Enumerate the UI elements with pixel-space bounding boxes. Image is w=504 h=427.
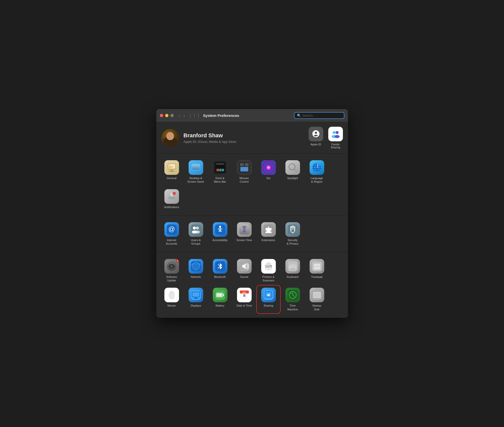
- family-sharing-button[interactable]: FamilySharing: [328, 127, 343, 149]
- svg-text:JUL: JUL: [242, 291, 246, 293]
- pref-item-extensions[interactable]: Extensions: [257, 220, 280, 248]
- pref-item-software-update[interactable]: 1 SoftwareUpdate: [160, 257, 183, 284]
- pref-item-sharing[interactable]: Sharing: [257, 286, 280, 313]
- profile-subtitle: Apple ID, iCloud, Media & App Store: [184, 140, 304, 144]
- startupdisk-label: StartupDisk: [312, 304, 321, 311]
- displays-icon: [189, 288, 203, 302]
- svg-rect-80: [291, 266, 292, 267]
- pref-item-siri[interactable]: Siri: [257, 158, 280, 186]
- pref-item-spotlight[interactable]: Spotlight: [281, 158, 304, 186]
- svg-point-42: [193, 226, 196, 229]
- svg-rect-111: [314, 292, 320, 298]
- search-icon: 🔍: [297, 114, 301, 117]
- svg-point-72: [271, 265, 272, 266]
- pref-item-security[interactable]: Security& Privacy: [281, 220, 304, 248]
- trackpad-icon: [310, 259, 324, 274]
- svg-rect-71: [266, 269, 271, 269]
- svg-rect-24: [241, 167, 248, 171]
- pref-item-accessibility[interactable]: Accessibility: [209, 220, 231, 248]
- screen-time-label: Screen Time: [236, 238, 252, 242]
- pref-item-internet-accounts[interactable]: @ InternetAccounts: [160, 220, 183, 248]
- svg-point-45: [195, 231, 200, 234]
- close-button[interactable]: [160, 114, 163, 117]
- svg-rect-79: [289, 266, 291, 267]
- pref-item-battery[interactable]: Battery: [209, 286, 231, 313]
- nav-arrows: ‹ ›: [178, 113, 186, 118]
- mouse-icon: [164, 288, 179, 302]
- accessibility-label: Accessibility: [213, 238, 228, 242]
- accounts-grid: @ InternetAccounts Users &Groups: [160, 220, 344, 248]
- svg-rect-91: [195, 298, 197, 298]
- svg-point-25: [263, 162, 274, 173]
- svg-rect-16: [217, 169, 219, 171]
- minimize-button[interactable]: [165, 114, 168, 117]
- datetime-label: Date & Time: [236, 304, 252, 307]
- forward-button[interactable]: ›: [183, 113, 186, 118]
- accessibility-icon: [213, 222, 227, 237]
- software-update-label: SoftwareUpdate: [166, 275, 177, 282]
- svg-rect-78: [295, 265, 296, 266]
- apple-id-icon: [309, 127, 323, 141]
- pref-item-bluetooth[interactable]: Bluetooth: [209, 257, 231, 284]
- users-groups-label: Users &Groups: [191, 238, 201, 246]
- pref-item-screen-time[interactable]: Screen Time: [233, 220, 256, 248]
- general-icon: [164, 160, 179, 175]
- general-label: General: [167, 176, 176, 180]
- language-label: Language& Region: [311, 176, 323, 184]
- grid-icon[interactable]: ⋮⋮⋮: [188, 113, 200, 118]
- pref-item-printers[interactable]: Printers &Scanners: [257, 257, 280, 284]
- svg-point-56: [170, 265, 173, 268]
- apple-id-button[interactable]: Apple ID: [309, 127, 323, 149]
- network-icon: [189, 259, 203, 274]
- svg-text:!: !: [174, 193, 174, 195]
- svg-rect-21: [240, 163, 244, 166]
- pref-item-displays[interactable]: Displays: [185, 286, 207, 313]
- hardware-section: 1 SoftwareUpdate Network: [156, 252, 348, 318]
- svg-rect-17: [219, 169, 221, 171]
- pref-item-timemachine[interactable]: TimeMachine: [281, 286, 304, 313]
- keyboard-icon: [285, 259, 300, 274]
- pref-item-dock[interactable]: Dock &Menu Bar: [209, 158, 231, 186]
- software-update-badge: 1: [176, 259, 179, 262]
- trackpad-label: Trackpad: [311, 275, 322, 279]
- extensions-icon: [261, 222, 276, 237]
- notifications-icon: !: [164, 189, 179, 204]
- avatar: [161, 129, 179, 147]
- svg-point-3: [335, 135, 340, 138]
- hardware-grid: 1 SoftwareUpdate Network: [160, 257, 344, 313]
- svg-rect-9: [171, 170, 173, 171]
- battery-label: Battery: [216, 304, 224, 307]
- pref-item-mouse[interactable]: Mouse: [160, 286, 183, 313]
- maximize-button[interactable]: [170, 114, 174, 117]
- back-button[interactable]: ‹: [178, 113, 181, 118]
- timemachine-label: TimeMachine: [287, 304, 298, 311]
- svg-rect-13: [192, 164, 200, 170]
- pref-item-mission[interactable]: MissionControl: [233, 158, 256, 186]
- pref-item-desktop[interactable]: Desktop &Screen Saver: [185, 158, 207, 186]
- svg-rect-96: [217, 293, 222, 297]
- pref-item-datetime[interactable]: JUL 17 Date & Time: [233, 286, 256, 313]
- users-icon: [189, 222, 203, 237]
- svg-text:@: @: [168, 225, 175, 233]
- traffic-lights: [160, 114, 174, 117]
- profile-section[interactable]: Branford Shaw Apple ID, iCloud, Media & …: [156, 122, 348, 154]
- search-bar[interactable]: 🔍: [294, 112, 344, 119]
- pref-item-general[interactable]: General: [160, 158, 183, 186]
- svg-rect-10: [169, 171, 175, 172]
- pref-item-notifications[interactable]: ! Notifications: [160, 187, 183, 211]
- security-label: Security& Privacy: [287, 238, 298, 246]
- search-input[interactable]: [303, 114, 341, 117]
- pref-item-keyboard[interactable]: Keyboard: [281, 257, 304, 284]
- svg-rect-18: [222, 169, 224, 171]
- pref-item-language[interactable]: Language& Region: [306, 158, 328, 186]
- pref-item-users-groups[interactable]: Users &Groups: [185, 220, 207, 248]
- pref-item-startupdisk[interactable]: StartupDisk: [306, 286, 328, 313]
- pref-item-sound[interactable]: Sound: [233, 257, 256, 284]
- pref-item-network[interactable]: Network: [185, 257, 207, 284]
- family-sharing-label: FamilySharing: [331, 143, 340, 149]
- pref-item-trackpad[interactable]: Trackpad: [306, 257, 328, 284]
- spotlight-icon: [285, 160, 300, 175]
- screentime-icon: [237, 222, 252, 237]
- siri-icon: [261, 160, 276, 175]
- extensions-label: Extensions: [262, 238, 275, 242]
